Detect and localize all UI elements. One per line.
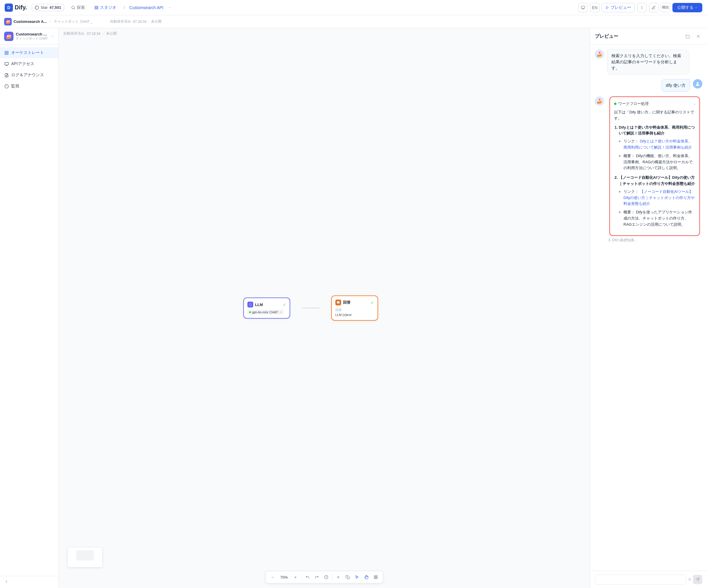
preview-actions xyxy=(683,32,702,40)
llm-node-icon: ⬡ xyxy=(247,302,253,308)
svg-rect-17 xyxy=(5,53,6,54)
nav-right: EN プレビュー 機能 公開する xyxy=(578,3,702,12)
llm-status-dot xyxy=(249,311,251,313)
preview-close-btn[interactable] xyxy=(694,32,702,40)
svg-marker-10 xyxy=(606,6,608,9)
svg-point-12 xyxy=(642,6,642,6)
sidebar-item-monitor[interactable]: 監視 xyxy=(0,80,58,92)
preview-button[interactable]: プレビュー xyxy=(602,3,635,12)
svg-line-2 xyxy=(74,8,75,9)
layout-btn[interactable] xyxy=(372,573,380,581)
nav-explore[interactable]: 探索 xyxy=(69,4,87,11)
svg-rect-34 xyxy=(376,578,377,579)
workflow-status-text: ワークフロー処理 xyxy=(618,101,649,106)
tool-btn-4[interactable] xyxy=(649,3,658,12)
sidebar-app-name: Customsearch A... xyxy=(16,32,48,36)
article-1-summary-item: 概要： Difyの機能、使い方、料金体系、活用事例、RAGの構築方法やローカルで… xyxy=(624,153,695,171)
answer-node[interactable]: 💬 回答 ✓ 回答 LLM {x}text xyxy=(331,296,378,321)
connector-line xyxy=(302,308,319,308)
publish-button[interactable]: 公開する xyxy=(672,3,702,12)
llm-tag: CHAT xyxy=(269,310,278,314)
llm-node[interactable]: ⬡ LLM ✓ gpt-4o-mini CHAT xyxy=(243,298,290,319)
article-2-link-item: リンク： 【ノーコード自動化AIツール】Difyの使い方｜チャットボットの作り方… xyxy=(624,189,695,207)
sidebar-item-monitor-label: 監視 xyxy=(11,83,19,89)
star-count: 47,501 xyxy=(49,5,61,10)
user-message-row: dify 使い方 xyxy=(595,79,702,92)
logo-icon: D xyxy=(5,3,13,12)
add-btn[interactable] xyxy=(334,573,342,581)
article-1-title: Difyとは？使い方や料金体系、商用利用について解説！活用事例も紹介 リンク： … xyxy=(619,125,695,171)
nav-studio[interactable]: スタジオ xyxy=(92,4,119,11)
zoom-in-btn[interactable]: + xyxy=(291,573,300,581)
answer-node-icon: 💬 xyxy=(335,300,341,305)
sidebar-item-api-label: APIアクセス xyxy=(11,61,34,67)
monitor-icon xyxy=(4,84,9,89)
mini-canvas-inner xyxy=(76,550,94,560)
logs-icon xyxy=(4,73,9,77)
sidebar-item-orchestrate[interactable]: オーケストレート xyxy=(0,47,58,58)
answer-node-title: 回答 xyxy=(343,300,369,305)
result-bubble: ワークフロー処理 › 以下は「Dify 使い方」に関する記事のリストです。 Di… xyxy=(609,97,700,236)
svg-rect-5 xyxy=(97,8,98,9)
sidebar-collapse[interactable] xyxy=(0,576,58,588)
send-button[interactable] xyxy=(693,575,702,584)
user-message-text: dify 使い方 xyxy=(666,83,685,88)
node-connector xyxy=(302,308,319,308)
status-time: 07:18:34 xyxy=(87,32,101,36)
feature-label: 機能 xyxy=(662,5,669,10)
status-visibility: 未公開 xyxy=(106,31,117,36)
tool-btn-3[interactable] xyxy=(637,3,647,12)
workflow-badge[interactable]: ワークフロー処理 › xyxy=(614,101,695,106)
answer-node-header: 💬 回答 ✓ xyxy=(335,300,374,305)
sidebar-item-api[interactable]: APIアクセス xyxy=(0,58,58,69)
workflow-chevron[interactable]: › xyxy=(694,102,695,106)
link-label-2: リンク： xyxy=(624,189,639,194)
user-message-bubble: dify 使い方 xyxy=(661,79,690,92)
star-label: Star xyxy=(41,5,48,10)
result-avatar: 🍰 xyxy=(595,97,604,106)
feature-button[interactable]: 機能 xyxy=(661,3,670,12)
toolbar-divider-1 xyxy=(301,574,302,580)
user-avatar xyxy=(693,79,702,89)
svg-rect-7 xyxy=(581,6,585,8)
top-nav: D Dify. Star 47,501 探索 スタジオ / Customsear… xyxy=(0,0,707,15)
nav-studio-label: スタジオ xyxy=(100,5,116,10)
app-breadcrumb: 🍰 Customsearch A... チャットボット CHAT _ xyxy=(4,18,92,26)
cursor-btn[interactable] xyxy=(353,573,361,581)
hand-btn[interactable] xyxy=(362,573,370,581)
github-star-button[interactable]: Star 47,501 xyxy=(32,4,65,11)
undo-btn[interactable] xyxy=(303,573,311,581)
svg-rect-14 xyxy=(5,51,6,52)
app-type-tag: チャットボット xyxy=(54,19,78,24)
toolbar-divider-2 xyxy=(332,574,332,580)
history-btn[interactable] xyxy=(322,573,330,581)
sidebar-item-logs[interactable]: ログ＆アナウンス xyxy=(0,69,58,80)
summary-label-1: 概要： xyxy=(624,153,635,158)
preview-title: プレビュー xyxy=(595,33,618,40)
nav-customsearch[interactable]: Customsearch API xyxy=(129,5,163,10)
svg-rect-6 xyxy=(95,8,96,9)
svg-point-38 xyxy=(697,82,699,84)
llm-node-tag: gpt-4o-mini CHAT xyxy=(247,310,284,314)
autosave-status: 自動保存済み 07:18:34 · 未公開 xyxy=(110,19,162,24)
chat-input[interactable] xyxy=(595,575,686,585)
tool-btn-1[interactable] xyxy=(578,3,588,12)
llm-model: gpt-4o-mini xyxy=(252,310,268,314)
sidebar-app-icon: 🍰 xyxy=(4,32,13,41)
llm-node-header: ⬡ LLM ✓ xyxy=(247,302,286,308)
node-container: ⬡ LLM ✓ gpt-4o-mini CHAT xyxy=(243,296,378,321)
sidebar-app-type: チャットボット CHAT xyxy=(16,36,48,41)
sidebar-chevron xyxy=(51,35,54,38)
zoom-out-btn[interactable]: − xyxy=(269,573,277,581)
copy-btn[interactable] xyxy=(343,573,352,581)
tool-btn-2[interactable]: EN xyxy=(590,3,599,12)
logo: D Dify. xyxy=(5,3,27,12)
sidebar-item-orchestrate-label: オーケストレート xyxy=(11,50,44,56)
redo-btn[interactable] xyxy=(313,573,321,581)
svg-rect-15 xyxy=(7,51,8,52)
preview-refresh-btn[interactable] xyxy=(683,32,692,40)
answer-ref: LLM {x}text xyxy=(335,313,374,317)
answer-node-body: 回答 LLM {x}text xyxy=(335,308,374,317)
app-chevron xyxy=(49,20,52,23)
chat-label: CHAT _ xyxy=(80,20,93,24)
